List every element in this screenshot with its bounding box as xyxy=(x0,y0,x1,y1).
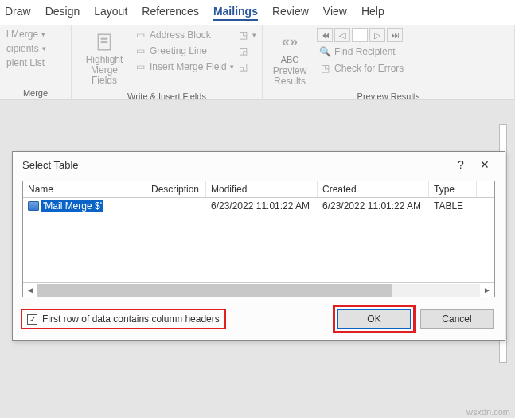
check-errors-icon: ◳ xyxy=(318,62,331,75)
cancel-button[interactable]: Cancel xyxy=(420,309,494,329)
preview-icon: «» xyxy=(279,31,301,53)
search-icon: 🔍 xyxy=(318,45,331,58)
record-navigator[interactable]: ⏮ ◁ ▷ ⏭ xyxy=(317,28,405,42)
horizontal-scrollbar[interactable]: ◄ ► xyxy=(23,282,494,297)
update-labels-button[interactable]: ◱ xyxy=(236,60,258,74)
help-button[interactable]: ? xyxy=(449,158,473,171)
rules-icon: ◳ xyxy=(237,29,249,41)
chevron-down-icon: ▾ xyxy=(42,45,46,52)
address-block-icon: ▭ xyxy=(134,29,146,41)
row-created: 6/23/2022 11:01:22 AM xyxy=(318,198,429,216)
next-record-icon[interactable]: ▷ xyxy=(369,28,385,42)
check-errors-button[interactable]: ◳ Check for Errors xyxy=(317,61,405,76)
select-recipients-button[interactable]: cipients▾ xyxy=(5,42,66,55)
ok-button[interactable]: OK xyxy=(337,309,411,329)
table-row[interactable]: 'Mail Merge $' 6/23/2022 11:01:22 AM 6/2… xyxy=(23,198,494,216)
scroll-right-icon[interactable]: ► xyxy=(480,286,494,294)
address-block-button[interactable]: ▭ Address Block xyxy=(132,28,236,42)
insert-field-icon: ▭ xyxy=(134,60,146,73)
tab-mailings[interactable]: Mailings xyxy=(213,5,258,21)
row-modified: 6/23/2022 11:01:22 AM xyxy=(206,198,318,216)
tab-design[interactable]: Design xyxy=(45,5,80,21)
row-description xyxy=(146,198,206,216)
find-recipient-button[interactable]: 🔍 Find Recipient xyxy=(317,45,405,59)
group-label-merge: Merge xyxy=(5,87,66,98)
last-record-icon[interactable]: ⏭ xyxy=(387,28,403,42)
record-number-input[interactable] xyxy=(352,28,368,42)
close-button[interactable]: ✕ xyxy=(473,158,497,171)
match-fields-icon: ◲ xyxy=(237,45,250,57)
group-label-write-insert: Write & Insert Fields xyxy=(76,90,257,101)
checkbox-icon: ✓ xyxy=(27,314,37,325)
col-description[interactable]: Description xyxy=(146,181,206,197)
tab-help[interactable]: Help xyxy=(361,5,384,21)
watermark: wsxdn.com xyxy=(466,407,510,417)
greeting-line-icon: ▭ xyxy=(134,45,146,57)
app-tabs: Draw Design Layout References Mailings R… xyxy=(0,0,515,25)
svg-rect-2 xyxy=(101,41,108,43)
row-name: 'Mail Merge $' xyxy=(41,200,103,212)
greeting-line-button[interactable]: ▭ Greeting Line xyxy=(132,44,236,58)
col-type[interactable]: Type xyxy=(429,181,477,197)
table-header: Name Description Modified Created Type xyxy=(23,181,494,198)
scroll-thumb[interactable] xyxy=(37,284,392,297)
tab-review[interactable]: Review xyxy=(272,5,309,21)
tab-draw[interactable]: Draw xyxy=(5,5,31,21)
tab-view[interactable]: View xyxy=(323,5,347,21)
dialog-title: Select Table xyxy=(22,159,449,171)
select-table-dialog: Select Table ? ✕ Name Description Modifi… xyxy=(12,151,505,341)
tab-references[interactable]: References xyxy=(142,5,199,21)
preview-results-button[interactable]: «» ABC Preview Results xyxy=(267,28,312,90)
first-row-headers-checkbox[interactable]: ✓ First row of data contains column head… xyxy=(21,309,226,329)
insert-merge-field-button[interactable]: ▭ Insert Merge Field▾ xyxy=(132,60,236,74)
sheet-icon xyxy=(28,201,39,211)
highlight-merge-fields-button[interactable]: Highlight Merge Fields xyxy=(76,28,132,90)
checkbox-label: First row of data contains column header… xyxy=(42,313,220,325)
start-mail-merge-button[interactable]: l Merge▾ xyxy=(5,28,66,41)
col-created[interactable]: Created xyxy=(318,181,429,197)
scroll-left-icon[interactable]: ◄ xyxy=(23,286,37,294)
col-name[interactable]: Name xyxy=(23,181,146,197)
svg-rect-1 xyxy=(101,38,108,40)
prev-record-icon[interactable]: ◁ xyxy=(334,28,350,42)
rules-button[interactable]: ◳▾ xyxy=(236,28,258,42)
edit-recipient-list-button[interactable]: pient List xyxy=(5,56,66,69)
highlight-icon xyxy=(93,31,115,53)
update-labels-icon: ◱ xyxy=(237,60,250,73)
col-modified[interactable]: Modified xyxy=(206,181,318,197)
ribbon: l Merge▾ cipients▾ pient List Merge High… xyxy=(0,25,515,100)
tab-layout[interactable]: Layout xyxy=(94,5,127,21)
first-record-icon[interactable]: ⏮ xyxy=(317,28,333,42)
chevron-down-icon: ▾ xyxy=(230,63,234,71)
match-fields-button[interactable]: ◲ xyxy=(236,44,258,58)
table-list[interactable]: Name Description Modified Created Type '… xyxy=(22,181,495,298)
row-type: TABLE xyxy=(429,198,477,216)
chevron-down-icon: ▾ xyxy=(41,30,45,38)
